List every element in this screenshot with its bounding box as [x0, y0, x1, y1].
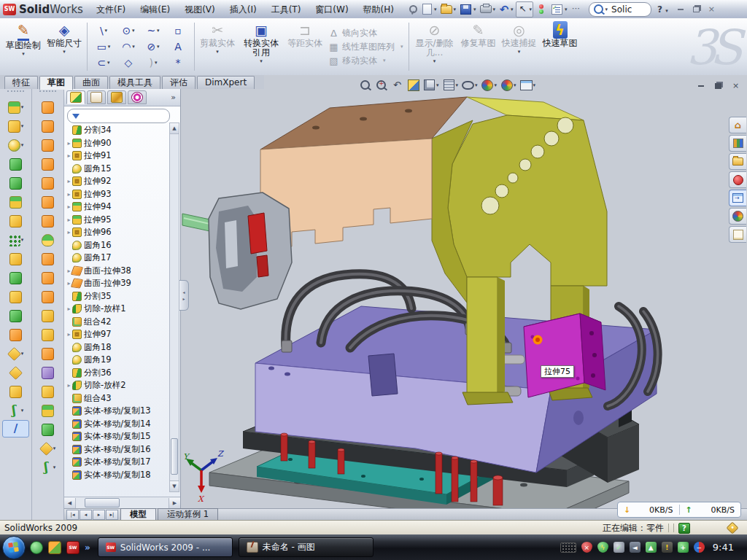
text-button[interactable]: A	[166, 39, 190, 55]
col2-tool-4[interactable]	[32, 155, 63, 174]
col2-tool-15[interactable]	[32, 363, 63, 382]
zoom-to-fit-button[interactable]	[359, 79, 371, 91]
col1-tool-9[interactable]	[0, 249, 31, 268]
tray-updater-icon[interactable]: ✓	[614, 542, 624, 553]
col1-tool-4[interactable]	[0, 155, 31, 174]
rectangle-button[interactable]: ▭▾	[91, 39, 116, 55]
scroll-left-button[interactable]: ◀	[64, 498, 76, 508]
tray-alert-icon[interactable]: !	[662, 542, 673, 553]
col1-tool-7[interactable]	[0, 211, 31, 230]
dropdown-chevron-icon[interactable]: ▾	[565, 7, 568, 12]
col2-tool-2[interactable]	[32, 117, 63, 136]
tray-security-icon[interactable]: ϟ	[597, 542, 608, 553]
scroll-thumb[interactable]	[171, 438, 178, 475]
tree-item[interactable]: ▸曲面-拉伸39	[66, 277, 169, 290]
dropdown-chevron-icon[interactable]: ▾	[514, 82, 516, 88]
tray-volume-icon[interactable]: ◄	[630, 542, 640, 553]
taskpane-tab-custom-properties[interactable]	[729, 226, 746, 243]
menu-1[interactable]: 编辑(E)	[133, 1, 177, 18]
edit-appearance-button[interactable]: ▾	[481, 79, 498, 91]
tree-item[interactable]: 分割36	[66, 367, 169, 380]
col1-tool-17[interactable]: ʃ▾	[0, 401, 31, 420]
col1-tool-3[interactable]: ▾	[0, 136, 31, 155]
tree-item[interactable]: 组合42	[66, 316, 169, 329]
dropdown-chevron-icon[interactable]: ▾	[157, 28, 160, 34]
dropdown-chevron-icon[interactable]: ▾	[157, 44, 160, 50]
apply-scene-button[interactable]: ▾	[500, 79, 516, 91]
search-box[interactable]: ▾	[589, 2, 652, 17]
tree-filter-box[interactable]	[67, 109, 170, 123]
dropdown-chevron-icon[interactable]: ▾	[132, 44, 135, 50]
doc-restore-button[interactable]	[713, 81, 724, 90]
col1-tool-18[interactable]: /	[2, 420, 29, 438]
menu-5[interactable]: 窗口(W)	[308, 1, 355, 18]
dropdown-chevron-icon[interactable]: ▾	[530, 7, 533, 12]
tree-item[interactable]: 实体-移动/复制13	[66, 405, 169, 418]
scroll-thumb[interactable]	[85, 498, 120, 508]
sheet-nav-2[interactable]: ▸	[93, 510, 105, 520]
line-button[interactable]: \▾	[91, 23, 116, 39]
col1-tool-11[interactable]	[0, 287, 31, 306]
open-button[interactable]: ▾	[439, 2, 457, 17]
tree-tab-featuremanager[interactable]	[66, 90, 85, 104]
col2-tool-3[interactable]	[32, 136, 63, 155]
tree-tab-dimxpertmanager[interactable]	[128, 90, 147, 104]
tree-item[interactable]: 分割35	[66, 290, 169, 303]
toolbar-grip[interactable]	[7, 90, 24, 96]
tray-sync-icon[interactable]: ▲	[646, 542, 657, 553]
ribbon-button-快速草图[interactable]: ϟ快速草图	[540, 18, 581, 75]
tray-network-icon[interactable]: −	[694, 542, 705, 553]
tree-item[interactable]: 实体-移动/复制17	[66, 456, 169, 469]
dropdown-chevron-icon[interactable]: ▾	[105, 28, 108, 34]
col1-tool-16[interactable]	[0, 382, 31, 401]
tree-item[interactable]: ▸拉伸94	[66, 201, 169, 214]
doc-close-button[interactable]: ×	[730, 81, 741, 90]
tag-icon[interactable]	[727, 522, 739, 534]
col1-tool-15[interactable]	[0, 363, 31, 382]
col2-tool-17[interactable]	[32, 401, 63, 420]
taskbar-window-button[interactable]: 未命名 - 画图	[239, 537, 374, 557]
tree-item[interactable]: ▸拉伸97	[66, 328, 169, 341]
expand-arrow-icon[interactable]: ▸	[66, 217, 72, 223]
options-list-button[interactable]: ▾	[549, 2, 568, 17]
display-style-button[interactable]: ▾	[443, 79, 459, 91]
tree-item[interactable]: 组合43	[66, 392, 169, 405]
dropdown-chevron-icon[interactable]: ▾	[493, 7, 496, 12]
dropdown-chevron-icon[interactable]: ▾	[107, 60, 110, 66]
dropdown-chevron-icon[interactable]: ▾	[456, 82, 459, 88]
scroll-up-button[interactable]: ▲	[170, 123, 179, 134]
menu-2[interactable]: 视图(V)	[177, 1, 222, 18]
expand-arrow-icon[interactable]: ▸	[66, 382, 72, 389]
tree-item[interactable]: ▸拉伸95	[66, 214, 169, 227]
col1-tool-12[interactable]	[0, 306, 31, 325]
traffic-light-button[interactable]	[535, 2, 548, 17]
dropdown-chevron-icon[interactable]: ▾	[53, 464, 56, 470]
dropdown-chevron-icon[interactable]: ▾	[63, 49, 66, 55]
tree-item[interactable]: 实体-移动/复制14	[66, 418, 169, 431]
tree-tab-propertymanager[interactable]	[87, 90, 106, 104]
tray-antivirus-icon[interactable]: ×	[581, 542, 592, 553]
dropdown-chevron-icon[interactable]: ▾	[511, 7, 514, 12]
col2-tool-10[interactable]	[32, 268, 63, 287]
col1-tool-5[interactable]	[0, 174, 31, 192]
tree-item[interactable]: 圆角17	[66, 252, 169, 265]
col2-tool-8[interactable]	[32, 230, 63, 249]
tab-模具工具[interactable]: 模具工具	[109, 76, 160, 89]
tree-item[interactable]: ▸曲面-拉伸38	[66, 265, 169, 278]
dropdown-chevron-icon[interactable]: ▾	[132, 28, 135, 34]
tree-item[interactable]: 圆角18	[66, 341, 169, 354]
taskbar-clock[interactable]: 9:41	[710, 542, 741, 553]
carrier-block[interactable]	[209, 192, 292, 309]
expand-arrow-icon[interactable]: ▸	[66, 191, 72, 198]
expand-arrow-icon[interactable]: ▸	[66, 178, 72, 184]
doc-minimize-button[interactable]	[695, 81, 706, 90]
select-button[interactable]: ↖▾	[516, 1, 534, 18]
hide-show-items-button[interactable]: ▾	[462, 79, 478, 91]
dropdown-chevron-icon[interactable]: ▾	[21, 123, 24, 129]
dropdown-chevron-icon[interactable]: ▾	[473, 7, 476, 12]
tree-horizontal-scrollbar[interactable]: ◀ ▶	[64, 497, 180, 508]
col2-tool-11[interactable]	[32, 287, 63, 306]
tab-DimXpert[interactable]: DimXpert	[197, 76, 255, 89]
menu-0[interactable]: 文件(F)	[89, 1, 133, 18]
col1-tool-13[interactable]	[0, 325, 31, 344]
